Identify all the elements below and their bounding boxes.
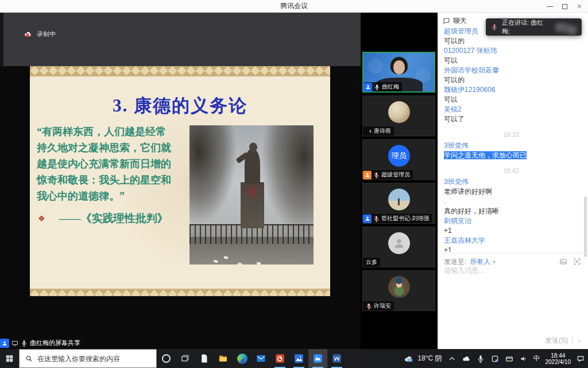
- speaker-face: [393, 60, 405, 74]
- volume-icon[interactable]: [519, 354, 528, 363]
- message-text[interactable]: +1: [444, 246, 578, 252]
- weather-cloud-icon: [404, 355, 414, 363]
- avatar-figure: [398, 198, 400, 205]
- meeting-window: 腾讯会议 录制中 3. 康德的义务论 “有两样: [0, 0, 588, 368]
- file-explorer-button[interactable]: [214, 349, 233, 368]
- participant-tile-liu-peiqiang[interactable]: 哲社盟书记-刘培强: [362, 183, 435, 224]
- message-sender[interactable]: 吴锐2: [444, 105, 578, 114]
- message-sender[interactable]: 刺猬京治: [444, 216, 578, 226]
- ime-indicator[interactable]: 中: [533, 354, 540, 363]
- participant-name-tag: 唐诗雨: [363, 126, 394, 136]
- message-sender[interactable]: .: [444, 197, 578, 206]
- message-text[interactable]: 可以了: [444, 114, 578, 124]
- message-sender[interactable]: 01200127 张桓玮: [444, 46, 578, 56]
- tray-mic-icon[interactable]: [476, 354, 485, 363]
- message-text[interactable]: 真的好好，好清晰: [444, 206, 578, 216]
- taskbar-clock[interactable]: 18:44 2022/4/10: [546, 352, 571, 365]
- clock-time: 18:44: [546, 352, 571, 359]
- message-sender[interactable]: 王磊吉林大学: [444, 236, 578, 246]
- wallet-tray-icon[interactable]: [505, 354, 514, 363]
- mic-on-icon: [374, 84, 380, 90]
- action-center-button[interactable]: [576, 354, 585, 363]
- participant-tile-tang-shiyu[interactable]: 唐诗雨: [362, 95, 435, 136]
- screen-share-banner[interactable]: 曲红梅的屏幕共享: [0, 338, 85, 348]
- weather-text: 18°C 阴: [417, 354, 442, 363]
- citation-text: ——《实践理性批判》: [59, 211, 168, 226]
- message-text[interactable]: 可以: [444, 95, 578, 105]
- message-text[interactable]: 可以的: [444, 75, 578, 85]
- taskbar-search[interactable]: [19, 349, 157, 368]
- participant-tile-qu-hongmei[interactable]: 曲红梅: [362, 52, 435, 93]
- participant-tile-xu-ruian[interactable]: 许瑞安: [362, 270, 435, 311]
- maximize-button[interactable]: [562, 4, 567, 9]
- message-sender[interactable]: 魏镜伊12190606: [444, 85, 578, 95]
- mic-muted-icon: [373, 216, 380, 222]
- recording-indicator[interactable]: 录制中: [23, 30, 56, 39]
- edge-button[interactable]: [233, 349, 252, 368]
- window-controls: [547, 0, 582, 13]
- search-input[interactable]: [37, 355, 146, 363]
- task-view-button[interactable]: [176, 349, 195, 368]
- photo-tree-left: [189, 125, 237, 225]
- title-bar: 腾讯会议: [0, 0, 588, 13]
- close-button[interactable]: [577, 3, 582, 9]
- cortana-button[interactable]: [157, 349, 176, 368]
- weather-widget[interactable]: 18°C 阴: [404, 354, 442, 363]
- mic-muted-icon: [366, 128, 372, 135]
- statue-paint: [244, 183, 261, 199]
- windows-taskbar: 18°C 阴 中 18:44 2022/4/10: [0, 349, 588, 368]
- participant-tile-super-admin[interactable]: 理员 超级管理员: [362, 139, 435, 180]
- bullet-icon: ❖: [38, 214, 45, 223]
- slide-citation: ❖ ——《实践理性批判》: [38, 211, 168, 226]
- participant-name: 唐诗雨: [374, 127, 391, 135]
- message-text[interactable]: 可以的: [444, 36, 578, 46]
- message-text[interactable]: 老师讲的好好啊: [444, 187, 578, 197]
- message-sender[interactable]: 外国语学校胡若馨: [444, 66, 578, 75]
- host-badge-icon: [363, 83, 372, 91]
- powerpoint-button[interactable]: [270, 349, 289, 368]
- minimize-button[interactable]: [547, 6, 553, 7]
- cortana-icon: [162, 354, 171, 363]
- backdrop-spot: [368, 59, 383, 74]
- start-button[interactable]: [0, 349, 19, 368]
- send-to-dropdown[interactable]: 所有人: [470, 257, 497, 267]
- send-options-chevron[interactable]: [577, 338, 582, 344]
- word-button[interactable]: [327, 349, 346, 368]
- slide-quote: “有两样东西，人们越是经常 持久地对之凝神思索，它们就 越是使内心充满常新而日增…: [37, 124, 196, 204]
- recording-label: 录制中: [37, 30, 56, 39]
- chat-scrollbar[interactable]: [584, 197, 587, 257]
- message-sender[interactable]: 3班党伟: [444, 141, 578, 151]
- onedrive-icon[interactable]: [462, 354, 471, 363]
- chat-message: 3班党伟老师讲的好好啊: [444, 177, 578, 197]
- message-sender[interactable]: 3班党伟: [444, 177, 578, 187]
- avatar: [388, 101, 410, 123]
- photos-button[interactable]: [289, 349, 308, 368]
- participant-name: 哲社盟书记-刘培强: [381, 214, 429, 223]
- mail-button[interactable]: [252, 349, 270, 368]
- tencent-meeting-button[interactable]: [308, 349, 327, 368]
- share-banner-label: 曲红梅的屏幕共享: [30, 339, 80, 347]
- chat-message: 01200127 张桓玮可以: [444, 46, 578, 66]
- window-title: 腾讯会议: [280, 1, 308, 11]
- slide-quote-line: “有两样东西，人们越是经常: [37, 124, 196, 140]
- message-text[interactable]: 可以: [444, 56, 578, 66]
- presentation-slide: 3. 康德的义务论 “有两样东西，人们越是经常 持久地对之凝神思索，它们就 越是…: [30, 66, 330, 296]
- send-button[interactable]: 发送(S): [545, 336, 568, 346]
- participant-name: 曲红梅: [382, 83, 399, 91]
- participant-name-tag: 超级管理员: [363, 170, 413, 179]
- chat-panel: 聊天 正在讲话: 曲红梅; 超级管理员可以的 01200127 张桓玮可以 外国…: [438, 13, 588, 349]
- slide-title: 3. 康德的义务论: [30, 94, 330, 118]
- speaking-toast: 正在讲话: 曲红梅;: [486, 18, 582, 36]
- notepad-button[interactable]: [195, 349, 214, 368]
- participant-name-tag: 许瑞安: [363, 301, 394, 310]
- message-text-selected[interactable]: 学问之道无他，求放心而已: [444, 151, 578, 160]
- meeting-tray-icon[interactable]: [490, 354, 500, 363]
- participant-name: 许瑞安: [374, 302, 391, 310]
- avatar-text: 理员: [392, 151, 407, 161]
- tray-expand-button[interactable]: [447, 354, 457, 363]
- chat-input[interactable]: [444, 266, 583, 329]
- cloud-recording-icon: [23, 30, 33, 38]
- message-text[interactable]: +1: [444, 226, 578, 236]
- participant-tile-yunduo[interactable]: 云多: [362, 227, 435, 267]
- edge-icon: [237, 354, 247, 364]
